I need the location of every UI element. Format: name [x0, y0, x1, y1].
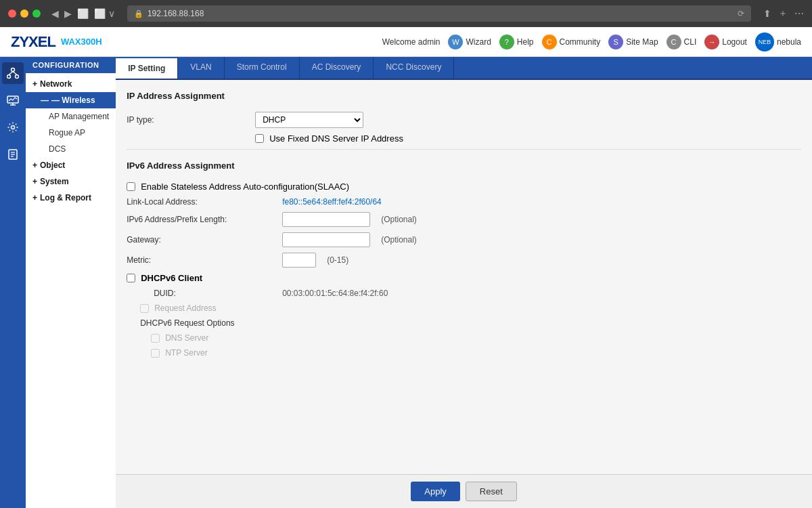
ipv6-prefix-optional: (Optional)	[381, 215, 417, 224]
network-expand-icon: +	[32, 79, 37, 89]
wizard-icon: W	[448, 35, 463, 49]
browser-controls: ◀ ▶ ⬜ ⬜ ∨	[51, 8, 115, 19]
wizard-nav[interactable]: W Wizard	[448, 35, 491, 49]
fixed-dns-label-text: Use Fixed DNS Server IP Address	[269, 133, 403, 144]
ntp-server-checkbox[interactable]	[151, 349, 160, 358]
sidebar-item-system[interactable]: + System	[26, 173, 116, 190]
sidebar-icon-network[interactable]	[2, 62, 24, 84]
tab-storm-control[interactable]: Storm Control	[225, 57, 300, 79]
sidebar-content: CONFIGURATION + Network — — Wireless AP …	[26, 57, 116, 508]
tab-vlan-label: VLAN	[190, 62, 211, 72]
ip-type-label: IP type:	[127, 115, 248, 125]
sitemap-nav[interactable]: S Site Map	[608, 35, 658, 49]
back-button[interactable]: ◀	[51, 8, 59, 19]
slaac-row: Enable Stateless Address Auto-configurat…	[127, 182, 801, 192]
tab-button[interactable]: ⬜ ∨	[94, 8, 115, 19]
tab-ip-setting[interactable]: IP Setting	[116, 57, 178, 79]
welcome-text: Welcome admin	[382, 37, 441, 47]
logo-model: WAX300H	[61, 37, 102, 47]
sidebar-icon-monitor[interactable]	[2, 89, 24, 111]
help-nav[interactable]: ? Help	[499, 35, 534, 49]
tab-storm-control-label: Storm Control	[237, 62, 287, 72]
metric-input[interactable]	[282, 253, 316, 268]
request-address-label: Request Address	[140, 303, 216, 313]
fixed-dns-checkbox-label: Use Fixed DNS Server IP Address	[255, 133, 403, 144]
sidebar-wrapper: CONFIGURATION + Network — — Wireless AP …	[0, 57, 116, 508]
browser-actions: ⬆ ＋ ⋯	[763, 7, 804, 20]
window-button[interactable]: ⬜	[77, 8, 89, 19]
sidebar-item-log-report[interactable]: + Log & Report	[26, 190, 116, 206]
sidebar-item-wireless[interactable]: — — Wireless	[26, 92, 116, 108]
sidebar-icon-log[interactable]	[2, 144, 24, 165]
slaac-label-text: Enable Stateless Address Auto-configurat…	[141, 182, 349, 192]
metric-row: Metric: (0-15)	[127, 253, 801, 268]
lock-icon: 🔒	[134, 9, 143, 18]
tab-ncc-discovery[interactable]: NCC Discovery	[374, 57, 454, 79]
logo-zyxel: ZYXEL	[11, 33, 55, 51]
svg-line-4	[13, 72, 17, 75]
logout-nav[interactable]: → Logout	[704, 35, 747, 49]
settings-icon	[7, 121, 19, 133]
svg-rect-5	[7, 96, 18, 103]
gateway-input[interactable]	[282, 232, 370, 247]
ipv6-assignment-title: IPv6 Address Assignment	[127, 161, 801, 173]
duid-row: DUID: 00:03:00:01:5c:64:8e:f4:2f:60	[154, 289, 801, 298]
tab-ip-setting-label: IP Setting	[128, 64, 165, 73]
sidebar-icon-settings[interactable]	[2, 117, 24, 138]
sidebar-item-object[interactable]: + Object	[26, 157, 116, 173]
share-icon[interactable]: ⬆	[763, 8, 771, 19]
slaac-checkbox[interactable]	[127, 182, 135, 191]
dns-server-checkbox[interactable]	[151, 334, 160, 343]
new-tab-icon[interactable]: ＋	[778, 7, 788, 20]
ntp-server-label: NTP Server	[151, 348, 207, 358]
tab-ncc-discovery-label: NCC Discovery	[386, 62, 441, 72]
slaac-checkbox-label: Enable Stateless Address Auto-configurat…	[127, 182, 349, 192]
reset-button[interactable]: Reset	[466, 482, 517, 501]
address-text: 192.168.88.168	[148, 9, 204, 18]
ipv6-prefix-input[interactable]	[282, 212, 370, 227]
fixed-dns-checkbox[interactable]	[255, 134, 264, 143]
forward-button[interactable]: ▶	[64, 8, 72, 19]
sidebar-item-ap-management[interactable]: AP Management	[26, 108, 116, 125]
menu-icon[interactable]: ⋯	[794, 8, 804, 19]
dns-server-row: DNS Server	[151, 333, 801, 343]
sitemap-icon: S	[608, 35, 623, 49]
link-local-value[interactable]: fe80::5e64:8eff:fef4:2f60/64	[282, 197, 382, 207]
top-nav-right: Welcome admin W Wizard ? Help C Communit…	[382, 33, 801, 51]
community-icon: C	[542, 35, 557, 49]
metric-label: Metric:	[127, 255, 275, 265]
gateway-row: Gateway: (Optional)	[127, 232, 801, 247]
ntp-server-label-text: NTP Server	[165, 348, 207, 358]
sidebar-system-label: System	[40, 177, 69, 186]
request-address-checkbox[interactable]	[140, 304, 149, 313]
app: ZYXEL WAX300H Welcome admin W Wizard ? H…	[0, 27, 812, 508]
minimize-button[interactable]	[20, 9, 28, 18]
community-label: Community	[560, 37, 601, 47]
cli-label: CLI	[684, 37, 697, 47]
sidebar-network-label: Network	[40, 79, 72, 89]
dhcpv6-client-label-text: DHCPv6 Client	[141, 273, 202, 283]
close-button[interactable]	[8, 9, 16, 18]
sidebar-item-network[interactable]: + Network	[26, 76, 116, 92]
network-icon	[7, 67, 19, 79]
sidebar-item-dcs[interactable]: DCS	[26, 141, 116, 157]
refresh-icon[interactable]: ⟳	[738, 9, 744, 18]
apply-button[interactable]: Apply	[411, 482, 460, 501]
sidebar-item-rogue-ap[interactable]: Rogue AP	[26, 125, 116, 141]
log-expand-icon: +	[32, 193, 37, 203]
request-address-row: Request Address	[140, 303, 801, 313]
nebula-nav[interactable]: NEB nebula	[755, 33, 801, 51]
maximize-button[interactable]	[32, 9, 41, 18]
dhcpv6-client-checkbox[interactable]	[127, 274, 135, 282]
tab-vlan[interactable]: VLAN	[178, 57, 224, 79]
sidebar-wireless-label: — Wireless	[51, 96, 95, 105]
link-local-label: Link-Local Address:	[127, 197, 275, 207]
tab-ac-discovery[interactable]: AC Discovery	[300, 57, 374, 79]
cli-nav[interactable]: C CLI	[667, 35, 697, 49]
ipv6-prefix-row: IPv6 Address/Prefix Length: (Optional)	[127, 212, 801, 227]
content-area: IP Address Assignment IP type: DHCP Stat…	[116, 80, 812, 474]
community-nav[interactable]: C Community	[542, 35, 601, 49]
link-local-row: Link-Local Address: fe80::5e64:8eff:fef4…	[127, 197, 801, 207]
address-bar[interactable]: 🔒 192.168.88.168 ⟳	[127, 5, 751, 22]
ip-type-select[interactable]: DHCP Static	[255, 112, 363, 128]
